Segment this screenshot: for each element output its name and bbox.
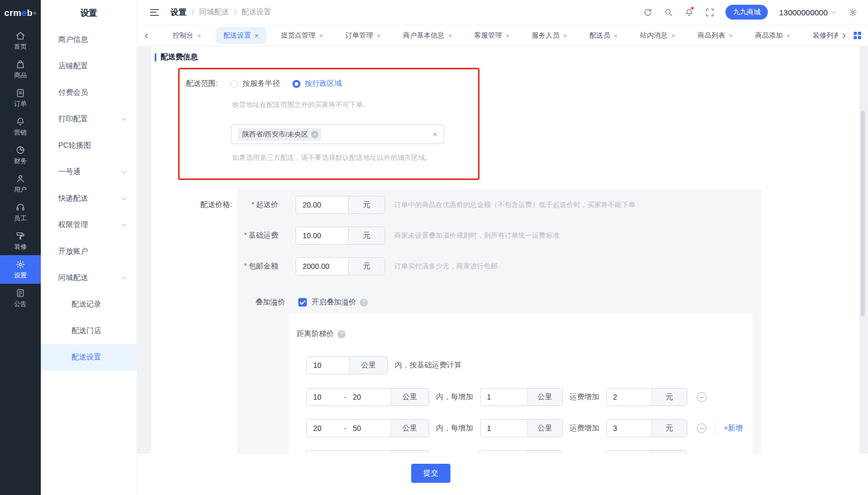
breadcrumb-settings[interactable]: 设置	[171, 7, 187, 17]
logo-text: crm	[4, 8, 22, 19]
nav-settings[interactable]: 设置	[0, 255, 41, 284]
nav-goods[interactable]: 商品	[0, 55, 41, 84]
close-icon[interactable]: ×	[671, 32, 676, 39]
free-shipping-input[interactable]	[296, 258, 348, 275]
add-ladder-row-link[interactable]: +新增	[724, 424, 743, 433]
help-icon[interactable]: ?	[360, 299, 368, 307]
refresh-icon[interactable]	[643, 7, 652, 17]
tabs-menu-grid-icon[interactable]	[854, 32, 862, 40]
menu-express-delivery[interactable]: 快递配送	[41, 185, 137, 212]
tabs-scroll-left-icon[interactable]	[140, 32, 152, 39]
chevron-down-icon	[121, 169, 127, 175]
vertical-scrollbar[interactable]	[860, 47, 866, 454]
tab-service-staff[interactable]: 服务人员×	[524, 27, 575, 44]
account-phone: 13000000000	[779, 8, 828, 17]
nav-orders[interactable]: 订单	[0, 84, 41, 112]
tab-order-mgmt[interactable]: 订单管理×	[338, 27, 389, 44]
tab-product-list[interactable]: 商品列表×	[689, 27, 741, 44]
menu-yihaotong[interactable]: 一号通	[41, 159, 137, 185]
radio-admin-region[interactable]: 按行政区域	[293, 79, 342, 88]
search-icon[interactable]	[663, 7, 673, 17]
menu-pc-carousel[interactable]: PC轮播图	[41, 132, 137, 159]
base-freight-input[interactable]	[296, 227, 348, 244]
select-clear-icon[interactable]: ×	[432, 130, 437, 139]
nav-notice[interactable]: 公告	[0, 284, 41, 312]
nav-staff[interactable]: 员工	[0, 198, 41, 227]
range-from-input[interactable]	[307, 420, 344, 437]
unit-addon: 元	[652, 389, 687, 406]
close-icon[interactable]: ×	[563, 32, 568, 39]
help-icon[interactable]: ?	[338, 330, 346, 338]
remove-row-icon[interactable]: −	[697, 424, 706, 433]
menu-delivery-records[interactable]: 配送记录	[41, 291, 137, 318]
close-icon[interactable]: ×	[255, 32, 259, 39]
close-icon[interactable]: ×	[319, 32, 323, 39]
scrollbar-thumb[interactable]	[861, 111, 865, 316]
close-icon[interactable]: ×	[786, 32, 791, 39]
menu-open-account[interactable]: 开放账户	[41, 238, 137, 265]
menu-print-config[interactable]: 打印配置	[41, 106, 137, 132]
tabs-scroll-right-icon[interactable]	[838, 32, 849, 39]
premium-checkbox[interactable]	[298, 298, 307, 307]
tab-console[interactable]: 控制台×	[165, 27, 209, 44]
menu-delivery-settings[interactable]: 配送设置	[41, 344, 137, 371]
fee-increase-input[interactable]	[607, 389, 652, 406]
tab-merchant-info[interactable]: 商户基本信息×	[395, 27, 460, 44]
range-to-input[interactable]	[347, 389, 391, 406]
delivery-scope-row: 配送范围: 按服务半径 按行政区域	[186, 79, 342, 88]
fullscreen-icon[interactable]	[705, 7, 714, 17]
tab-product-add[interactable]: 商品添加×	[747, 27, 799, 44]
delivery-fee-card: 配送费信息 配送范围: 按服务半径 按行政区域 收货地址在配送范围之外的买家将不…	[151, 47, 860, 454]
tab-customer-service[interactable]: 客服管理×	[466, 27, 518, 44]
nav-users[interactable]: 用户	[0, 169, 41, 198]
step-distance-input[interactable]	[481, 389, 527, 406]
chevron-down-icon	[121, 222, 127, 228]
tab-site-message[interactable]: 站内消息×	[632, 27, 684, 44]
notification-badge	[690, 6, 694, 10]
settings-gear-icon[interactable]	[848, 7, 857, 17]
premium-row: 叠加溢价 开启叠加溢价 ?	[255, 297, 368, 308]
menu-permission[interactable]: 权限管理	[41, 212, 137, 238]
menu-paid-member[interactable]: 付费会员	[41, 79, 137, 106]
region-tag: 陕西省/西安市/未央区 ×	[238, 128, 322, 141]
menu-merchant-info[interactable]: 商户信息	[41, 26, 137, 53]
nav-finance[interactable]: 财务	[0, 141, 41, 169]
tab-courier[interactable]: 配送员×	[581, 27, 626, 44]
menu-delivery-stores[interactable]: 配送门店	[41, 318, 137, 344]
breadcrumb-city-delivery[interactable]: 同城配送	[199, 7, 229, 17]
store-badge[interactable]: 九九商城	[725, 5, 768, 20]
close-icon[interactable]: ×	[729, 32, 733, 39]
nav-decorate[interactable]: 装修	[0, 227, 41, 255]
menu-city-delivery[interactable]: 同城配送	[41, 265, 137, 291]
submit-button[interactable]: 提交	[411, 464, 450, 483]
account-dropdown[interactable]: 13000000000	[779, 8, 837, 17]
tab-delivery-settings[interactable]: 配送设置×	[216, 27, 267, 44]
close-icon[interactable]: ×	[614, 32, 618, 39]
step-distance-input[interactable]	[481, 420, 527, 437]
close-icon[interactable]: ×	[448, 32, 452, 39]
close-icon[interactable]: ×	[197, 32, 201, 39]
crmeb-logo: crmeb®	[0, 0, 41, 26]
nav-label: 设置	[14, 271, 27, 280]
fee-increase-input[interactable]	[607, 420, 652, 437]
close-icon[interactable]: ×	[506, 32, 510, 39]
menu-store-config[interactable]: 店铺配置	[41, 53, 137, 79]
nav-marketing[interactable]: 营销	[0, 112, 41, 141]
breadcrumb: 设置 / 同城配送 / 配送设置	[171, 7, 271, 17]
chevron-up-icon	[121, 275, 127, 281]
region-select-input[interactable]: 陕西省/西安市/未央区 × ×	[231, 124, 444, 144]
radio-service-radius[interactable]: 按服务半径	[231, 79, 280, 88]
nav-home[interactable]: 首页	[0, 26, 41, 55]
remove-row-icon[interactable]: −	[697, 392, 706, 402]
tag-close-icon[interactable]: ×	[311, 131, 318, 138]
range-from-input[interactable]	[307, 389, 344, 406]
notification-bell-icon[interactable]	[684, 7, 694, 17]
tab-decorate-list[interactable]: 装修列表×	[805, 27, 838, 44]
range-to-input[interactable]	[347, 420, 391, 437]
hamburger-menu-icon[interactable]	[150, 9, 159, 16]
tab-pickup-point[interactable]: 提货点管理×	[273, 27, 331, 44]
min-order-input[interactable]	[296, 196, 348, 213]
close-icon[interactable]: ×	[377, 32, 381, 39]
breadcrumb-delivery-settings[interactable]: 配送设置	[242, 7, 271, 17]
base-distance-input[interactable]	[307, 357, 349, 374]
